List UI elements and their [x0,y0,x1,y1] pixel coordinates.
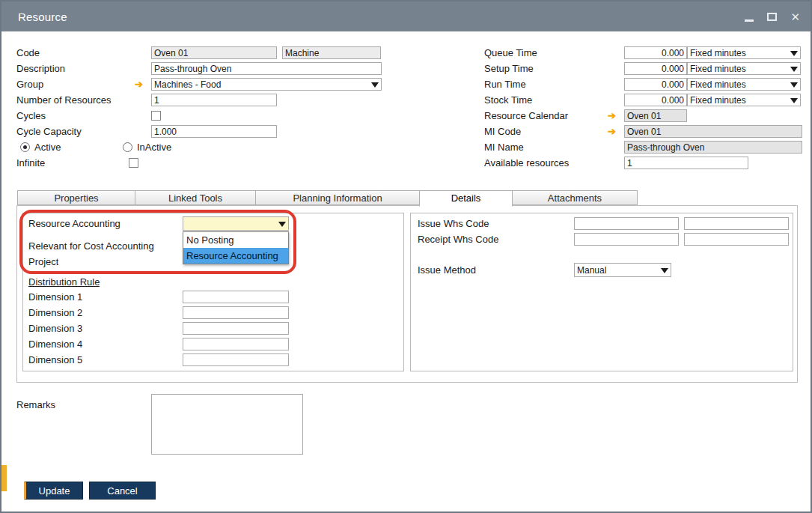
issue-whs-code-row: Issue Whs Code [418,216,789,231]
dropdown-option-no-posting[interactable]: No Posting [183,232,288,248]
dimension-4-label: Dimension 4 [28,339,183,350]
tab-attachments[interactable]: Attachments [512,190,638,205]
infinite-checkbox[interactable] [129,158,138,168]
dimension-5-row: Dimension 5 [28,353,289,367]
group-select[interactable]: Machines - Food [151,78,382,91]
mi-name-input[interactable] [624,141,802,154]
issue-whs-code-label: Issue Whs Code [418,218,574,229]
resource-accounting-row: Resource Accounting [28,216,289,231]
issue-whs-code-input-2[interactable] [684,217,789,230]
issue-method-select[interactable]: Manual [574,263,671,277]
description-label: Description [16,63,151,74]
group-link-arrow-icon[interactable]: ➔ [135,79,151,90]
maximize-icon[interactable] [767,13,777,21]
issue-whs-code-input-1[interactable] [574,217,679,230]
active-radio[interactable] [20,142,30,152]
resource-calendar-row: Resource Calendar ➔ [484,109,687,123]
relevant-cost-accounting-row: Relevant for Cost Accounting [28,239,154,253]
dimension-4-row: Dimension 4 [28,337,289,351]
window-title: Resource [18,10,67,23]
dimension-2-label: Dimension 2 [28,307,183,318]
issue-method-value: Manual [577,265,606,276]
inactive-label: InActive [137,142,171,153]
receipt-whs-code-input-2[interactable] [684,233,789,246]
cycles-row: Cycles [16,109,161,123]
stock-time-unit-value: Fixed minutes [690,95,746,106]
dropdown-arrow-icon [661,268,668,273]
resource-accounting-select[interactable] [183,216,289,231]
queue-time-unit-value: Fixed minutes [690,48,746,58]
dropdown-arrow-icon [790,98,798,103]
dropdown-option-resource-accounting[interactable]: Resource Accounting [183,248,288,264]
stock-time-label: Stock Time [484,94,624,106]
resource-calendar-link-arrow-icon[interactable]: ➔ [608,110,624,121]
mi-code-label: MI Code [484,126,608,137]
setup-time-input[interactable] [624,62,687,75]
window-controls: ✕ [745,11,800,22]
tab-details[interactable]: Details [419,190,513,207]
mi-code-input[interactable] [624,125,802,138]
resource-calendar-input[interactable] [624,109,687,122]
available-resources-row: Available resources [484,156,748,170]
relevant-cost-accounting-label: Relevant for Cost Accounting [28,240,154,252]
queue-time-row: Queue Time Fixed minutes [484,46,801,60]
dimension-5-input[interactable] [183,353,289,366]
minimize-icon[interactable] [745,19,754,22]
stock-time-row: Stock Time Fixed minutes [484,93,801,107]
cycle-capacity-row: Cycle Capacity [16,124,277,139]
stock-time-input[interactable] [624,94,687,106]
dimension-1-input[interactable] [183,291,289,303]
cycles-label: Cycles [16,110,151,121]
cycle-capacity-input[interactable] [151,125,277,138]
available-resources-input[interactable] [624,157,748,169]
setup-time-label: Setup Time [484,63,624,74]
dimension-2-input[interactable] [183,306,289,319]
cycles-checkbox[interactable] [151,111,161,121]
available-resources-label: Available resources [484,157,624,169]
remarks-textarea[interactable] [151,394,303,455]
mi-name-row: MI Name [484,140,802,154]
project-label: Project [28,256,58,267]
number-of-resources-input[interactable] [151,94,277,106]
resource-accounting-label: Resource Accounting [28,218,183,229]
dropdown-arrow-icon [790,51,798,56]
number-of-resources-label: Number of Resources [16,94,151,106]
tab-properties[interactable]: Properties [17,190,135,205]
distribution-rule-link[interactable]: Distribution Rule [28,276,100,288]
dimension-3-row: Dimension 3 [28,321,289,336]
setup-time-row: Setup Time Fixed minutes [484,61,801,76]
cancel-button[interactable]: Cancel [89,482,156,500]
run-time-input[interactable] [624,78,687,91]
tab-bar: Properties Linked Tools Planning Informa… [18,190,638,207]
dropdown-arrow-icon [371,82,379,88]
tab-planning-information[interactable]: Planning Information [255,190,420,205]
receipt-whs-code-label: Receipt Whs Code [418,234,574,245]
project-row: Project [28,255,58,269]
description-input[interactable] [151,62,382,75]
dimension-2-row: Dimension 2 [28,306,289,320]
setup-time-unit-select[interactable]: Fixed minutes [687,62,801,75]
infinite-label: Infinite [16,157,129,169]
dimension-4-input[interactable] [183,338,289,350]
remarks-label: Remarks [16,399,55,410]
receipt-whs-code-input-1[interactable] [574,233,679,246]
update-button[interactable]: Update [24,482,83,500]
dimension-3-input[interactable] [183,322,289,335]
inactive-radio[interactable] [123,142,132,152]
distribution-rule-row: Distribution Rule [28,275,100,289]
resource-window: Resource ✕ Code Description Group ➔ Mach… [0,0,812,513]
mi-code-row: MI Code ➔ [484,124,802,139]
tab-linked-tools[interactable]: Linked Tools [135,190,256,205]
queue-time-unit-select[interactable]: Fixed minutes [687,46,801,59]
queue-time-input[interactable] [624,46,687,59]
stock-time-unit-select[interactable]: Fixed minutes [687,94,801,106]
issue-method-label: Issue Method [418,264,574,276]
description-row: Description [16,61,382,76]
number-of-resources-row: Number of Resources [16,93,277,107]
mi-code-link-arrow-icon[interactable]: ➔ [608,126,624,137]
code-input[interactable] [151,46,277,59]
resource-type-input[interactable] [282,46,381,59]
close-icon[interactable]: ✕ [790,11,800,22]
infinite-row: Infinite [16,156,138,170]
run-time-unit-select[interactable]: Fixed minutes [687,78,801,91]
